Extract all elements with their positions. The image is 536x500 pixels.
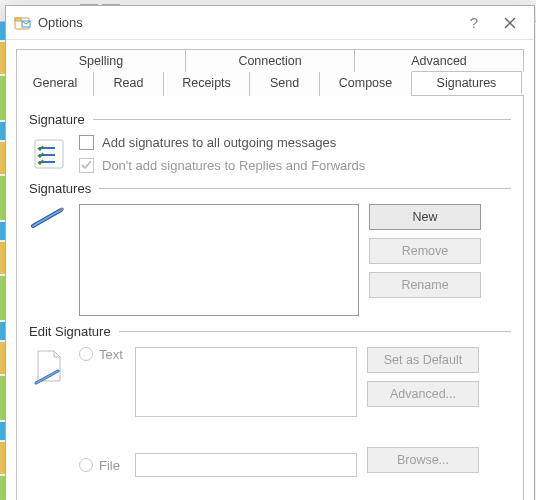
pen-icon: [29, 204, 69, 230]
tab-connection[interactable]: Connection: [186, 49, 355, 72]
section-edit-signature: Edit Signature Text: [29, 324, 511, 477]
options-icon: [14, 15, 32, 31]
page-pen-icon: [29, 347, 69, 389]
tab-read[interactable]: Read: [94, 72, 164, 96]
tab-send[interactable]: Send: [250, 72, 320, 96]
tab-panel-signatures: Signature Add signatures: [16, 96, 524, 500]
radio-text: [79, 347, 93, 361]
tab-row-top: Spelling Connection Advanced: [16, 48, 524, 71]
options-dialog: Options ? Spelling Connection Advanced G…: [5, 5, 535, 500]
tab-advanced[interactable]: Advanced: [355, 49, 524, 72]
section-signature: Signature Add signatures: [29, 112, 511, 173]
checkbox-icon: [79, 158, 94, 173]
signatures-listbox[interactable]: [79, 204, 359, 316]
section-signatures-list: Signatures New Remove Rename: [29, 181, 511, 316]
radio-text-label: Text: [99, 347, 129, 362]
svg-rect-1: [15, 18, 21, 21]
help-button[interactable]: ?: [456, 10, 492, 36]
close-icon: [504, 17, 516, 29]
section-title-edit: Edit Signature: [29, 324, 111, 339]
radio-file-label: File: [99, 458, 129, 473]
advanced-button: Advanced...: [367, 381, 479, 407]
help-icon: ?: [470, 14, 478, 31]
browse-button: Browse...: [367, 447, 479, 473]
checkbox-add-signatures[interactable]: Add signatures to all outgoing messages: [79, 135, 365, 150]
close-button[interactable]: [492, 10, 528, 36]
tab-signatures[interactable]: Signatures: [412, 71, 522, 95]
checkbox-label: Don't add signatures to Replies and Forw…: [102, 158, 365, 173]
titlebar: Options ?: [6, 6, 534, 40]
tab-receipts[interactable]: Receipts: [164, 72, 250, 96]
section-title-signatures: Signatures: [29, 181, 91, 196]
section-title-signature: Signature: [29, 112, 85, 127]
checkbox-icon: [79, 135, 94, 150]
checkbox-label: Add signatures to all outgoing messages: [102, 135, 336, 150]
tab-general[interactable]: General: [16, 72, 94, 96]
svg-point-4: [60, 208, 64, 211]
checkbox-no-replies-forwards: Don't add signatures to Replies and Forw…: [79, 158, 365, 173]
remove-button: Remove: [369, 238, 481, 264]
new-button[interactable]: New: [369, 204, 481, 230]
tab-spelling[interactable]: Spelling: [16, 49, 186, 72]
signature-text-input: [135, 347, 357, 417]
tab-row-bottom: General Read Receipts Send Compose Signa…: [16, 71, 524, 95]
rename-button: Rename: [369, 272, 481, 298]
set-default-button: Set as Default: [367, 347, 479, 373]
window-title: Options: [38, 15, 456, 30]
tab-compose[interactable]: Compose: [320, 72, 412, 96]
radio-file: [79, 458, 93, 472]
signature-file-input: [135, 453, 357, 477]
signature-section-icon: [29, 135, 69, 171]
